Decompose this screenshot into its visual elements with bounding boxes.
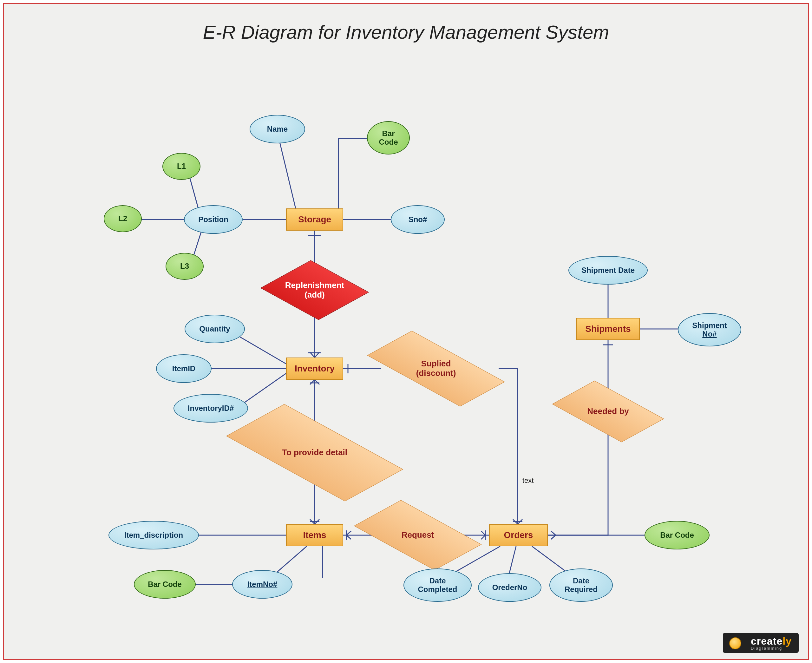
svg-line-10 — [310, 352, 315, 357]
creately-logo: creately Diagramming — [723, 633, 799, 653]
entity-inventory: Inventory — [286, 357, 343, 380]
attr-items-barcode: Bar Code — [134, 570, 196, 598]
attr-shipment-date: Shipment Date — [568, 256, 648, 285]
svg-line-14 — [239, 374, 286, 407]
svg-line-45 — [551, 535, 556, 539]
svg-line-34 — [346, 531, 351, 535]
rel-request: Request — [361, 502, 475, 568]
attr-storage-name: Name — [250, 115, 305, 143]
attr-position-l1: L1 — [162, 153, 200, 180]
svg-line-44 — [551, 531, 556, 535]
rel-needed-by: Needed by — [559, 381, 657, 441]
rel-replenishment: Replenishment (add) — [273, 254, 356, 326]
attr-storage-position: Position — [184, 205, 243, 234]
logo-brand-b: ly — [783, 636, 792, 647]
attr-items-itemno-label: ItemNo# — [247, 580, 278, 589]
lightbulb-icon — [729, 637, 741, 649]
diagram-stage: Name Bar Code L1 L2 L3 Position Storage … — [23, 58, 791, 616]
entity-shipments: Shipments — [576, 318, 640, 340]
attr-orders-orderno-label: OrederNo — [492, 584, 528, 592]
diagram-canvas: E-R Diagram for Inventory Management Sys… — [3, 3, 809, 660]
svg-line-17 — [513, 519, 518, 524]
diagram-title: E-R Diagram for Inventory Management Sys… — [4, 21, 808, 43]
attr-shipment-no: Shipment No# — [678, 313, 741, 346]
attr-orders-barcode: Bar Code — [644, 521, 710, 550]
rel-to-provide-detail: To provide detail — [231, 411, 399, 494]
entity-orders: Orders — [489, 524, 548, 546]
rel-supplied: Suplied (discount) — [370, 337, 502, 400]
outer-frame: E-R Diagram for Inventory Management Sys… — [0, 0, 812, 663]
attr-storage-barcode: Bar Code — [367, 121, 410, 155]
attr-orders-date-completed: Date Completed — [404, 568, 471, 602]
svg-line-22 — [315, 380, 320, 385]
attr-inventory-itemid: ItemID — [156, 354, 211, 383]
svg-line-18 — [518, 519, 522, 524]
entity-items: Items — [286, 524, 343, 546]
attr-storage-sno-label: Sno# — [408, 215, 427, 224]
svg-line-38 — [481, 531, 485, 535]
attr-items-itemno: ItemNo# — [232, 570, 292, 598]
svg-line-35 — [346, 535, 351, 539]
attr-orders-date-required: Date Required — [549, 568, 613, 602]
attr-inventory-quantity: Quantity — [185, 315, 245, 343]
attr-position-l2: L2 — [104, 205, 142, 232]
attr-item-description: Item_discription — [108, 521, 199, 550]
svg-line-39 — [481, 535, 485, 539]
free-text: text — [522, 477, 534, 485]
svg-line-25 — [310, 519, 315, 524]
logo-brand-a: create — [751, 636, 783, 647]
svg-line-21 — [310, 380, 315, 385]
entity-storage: Storage — [286, 209, 343, 231]
attr-storage-sno: Sno# — [391, 205, 445, 234]
svg-line-11 — [315, 352, 320, 357]
svg-line-26 — [315, 519, 320, 524]
attr-position-l3: L3 — [166, 253, 203, 280]
attr-shipment-no-label: Shipment No# — [692, 321, 726, 338]
logo-divider — [746, 636, 746, 650]
attr-orders-orderno: OrederNo — [478, 573, 541, 602]
